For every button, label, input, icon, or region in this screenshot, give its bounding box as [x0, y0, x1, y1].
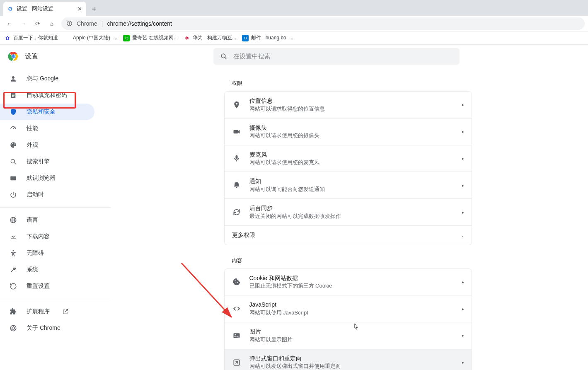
- settings-search[interactable]: [213, 48, 460, 65]
- download-icon: [9, 233, 17, 240]
- row-popups[interactable]: 弹出式窗口和重定向网站可以发送弹出式窗口并使用重定向▸: [225, 349, 472, 370]
- svg-point-37: [237, 282, 238, 283]
- svg-rect-21: [10, 176, 16, 177]
- sidebar-item-system[interactable]: 系统: [0, 261, 94, 278]
- row-more-permissions[interactable]: 更多权限⌄: [225, 226, 472, 245]
- permissions-card: 位置信息网站可以请求取得您的位置信息▸ 摄像头网站可以请求使用您的摄像头▸ 麦克…: [224, 91, 472, 245]
- search-icon: [9, 158, 17, 165]
- row-location[interactable]: 位置信息网站可以请求取得您的位置信息▸: [225, 92, 472, 118]
- svg-rect-32: [233, 130, 238, 133]
- extension-icon: [9, 308, 17, 315]
- home-button[interactable]: ⌂: [46, 17, 58, 30]
- bookmark-item[interactable]: ✲华为 - 构建万物互...: [184, 34, 236, 41]
- content-area: 权限 位置信息网站可以请求取得您的位置信息▸ 摄像头网站可以请求使用您的摄像头▸…: [111, 68, 588, 370]
- row-camera[interactable]: 摄像头网站可以请求使用您的摄像头▸: [225, 118, 472, 145]
- svg-line-13: [13, 127, 15, 129]
- browser-toolbar: ← → ⟳ ⌂ Chrome | chrome://settings/conte…: [0, 16, 588, 31]
- svg-point-39: [235, 334, 236, 335]
- sidebar-item-autofill[interactable]: 自动填充和密码: [0, 87, 94, 104]
- chevron-right-icon: ▸: [462, 183, 464, 188]
- reload-button[interactable]: ⟳: [31, 17, 44, 30]
- browser-tab[interactable]: ⚙ 设置 - 网站设置 ✕: [3, 2, 86, 16]
- content-card: Cookie 和网站数据已阻止无痕模式下的第三方 Cookie▸ JavaScr…: [224, 268, 472, 370]
- chrome-icon: [9, 324, 17, 332]
- cursor-icon: [353, 323, 359, 331]
- image-icon: [232, 331, 241, 340]
- row-images[interactable]: 图片网站可以显示图片▸: [225, 322, 472, 349]
- bookmark-item[interactable]: Apple (中国大陆) -...: [64, 34, 117, 41]
- sidebar-item-privacy[interactable]: 隐私和安全: [0, 104, 94, 120]
- tab-title: 设置 - 网站设置: [17, 5, 53, 12]
- svg-point-16: [14, 143, 15, 144]
- bookmark-item[interactable]: iQ爱奇艺-在线视频网...: [123, 34, 178, 41]
- sidebar-item-you-and-google[interactable]: 您与 Google: [0, 70, 94, 87]
- chevron-right-icon: ▸: [462, 102, 464, 107]
- speedometer-icon: [9, 125, 17, 132]
- chrome-logo-icon: [8, 51, 18, 61]
- sidebar-item-startup[interactable]: 启动时: [0, 186, 94, 203]
- paw-icon: ✿: [4, 35, 11, 41]
- svg-rect-33: [235, 155, 237, 159]
- svg-line-19: [14, 162, 16, 164]
- svg-rect-10: [12, 94, 15, 94]
- forward-button[interactable]: →: [17, 17, 30, 30]
- bookmark-item[interactable]: ✿百度一下，你就知道: [4, 34, 58, 41]
- svg-point-15: [12, 143, 13, 144]
- sidebar-item-performance[interactable]: 性能: [0, 120, 94, 137]
- section-title-permissions: 权限: [232, 80, 472, 87]
- app-body: 您与 Google 自动填充和密码 隐私和安全 性能 外观 搜索引擎 默认浏览器…: [0, 68, 588, 370]
- svg-point-5: [12, 55, 15, 58]
- document-icon: [9, 92, 17, 99]
- row-javascript[interactable]: JavaScript网站可以使用 JavaScript▸: [225, 295, 472, 322]
- site-info-icon[interactable]: [66, 20, 73, 27]
- row-background-sync[interactable]: 后台同步最近关闭的网站可以完成数据收发操作▸: [225, 199, 472, 226]
- sidebar-item-downloads[interactable]: 下载内容: [0, 228, 94, 245]
- row-notifications[interactable]: 通知网站可以询问能否向您发送通知▸: [225, 172, 472, 199]
- cookie-icon: [232, 278, 241, 286]
- svg-point-26: [13, 250, 14, 252]
- chevron-right-icon: ▸: [462, 307, 464, 311]
- omnibox[interactable]: Chrome | chrome://settings/content: [61, 17, 585, 30]
- wrench-icon: [9, 266, 17, 273]
- omnibox-path: chrome://settings/content: [107, 20, 172, 27]
- back-button[interactable]: ←: [3, 17, 16, 30]
- sidebar-item-default-browser[interactable]: 默认浏览器: [0, 170, 94, 186]
- omnibox-host: Chrome: [77, 20, 97, 27]
- close-icon[interactable]: ✕: [77, 6, 82, 12]
- code-icon: [232, 305, 241, 313]
- tab-strip: ⚙ 设置 - 网站设置 ✕ ＋: [0, 0, 588, 16]
- chevron-right-icon: ▸: [462, 210, 464, 215]
- search-icon: [220, 53, 227, 60]
- sidebar-item-accessibility[interactable]: 无障碍: [0, 245, 94, 261]
- power-icon: [9, 191, 17, 198]
- palette-icon: [9, 141, 17, 149]
- sidebar-item-extensions[interactable]: 扩展程序: [0, 303, 94, 320]
- svg-point-14: [12, 144, 12, 145]
- sidebar-item-reset[interactable]: 重置设置: [0, 278, 94, 295]
- restore-icon: [9, 283, 17, 290]
- shield-icon: [9, 108, 17, 116]
- person-icon: [9, 75, 17, 82]
- sidebar-item-language[interactable]: 语言: [0, 212, 94, 228]
- chevron-right-icon: ▸: [462, 333, 464, 338]
- row-cookies[interactable]: Cookie 和网站数据已阻止无痕模式下的第三方 Cookie▸: [225, 269, 472, 296]
- location-icon: [232, 101, 241, 109]
- sidebar-item-search-engine[interactable]: 搜索引擎: [0, 153, 94, 170]
- settings-header: 设置: [0, 45, 588, 68]
- accessibility-icon: [9, 249, 17, 257]
- sidebar-item-appearance[interactable]: 外观: [0, 137, 94, 153]
- chevron-right-icon: ▸: [462, 129, 464, 134]
- row-microphone[interactable]: 麦克风网站可以请求使用您的麦克风▸: [225, 145, 472, 172]
- settings-search-input[interactable]: [233, 53, 453, 60]
- bookmark-item[interactable]: O邮件 - huang bo -...: [242, 34, 293, 41]
- chevron-right-icon: ▸: [462, 280, 464, 284]
- section-title-content: 内容: [232, 257, 472, 264]
- svg-point-18: [11, 159, 15, 163]
- svg-point-17: [15, 144, 15, 145]
- new-tab-button[interactable]: ＋: [88, 2, 100, 15]
- sidebar-item-about[interactable]: 关于 Chrome: [0, 320, 94, 336]
- outlook-icon: O: [242, 35, 249, 41]
- page-title: 设置: [25, 52, 38, 61]
- chevron-right-icon: ▸: [462, 360, 464, 365]
- camera-icon: [232, 128, 241, 136]
